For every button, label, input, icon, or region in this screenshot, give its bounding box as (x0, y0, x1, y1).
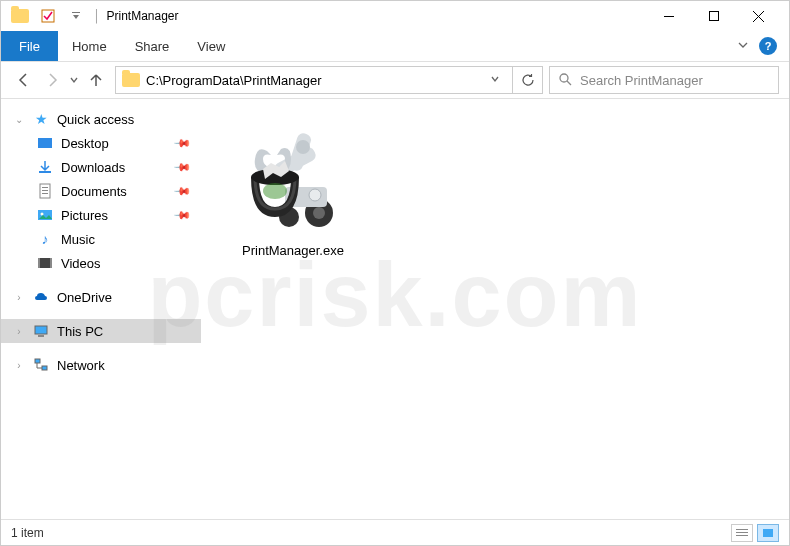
sidebar-item-downloads[interactable]: Downloads 📌 (1, 155, 201, 179)
address-bar: C:\ProgramData\PrintManager (1, 61, 789, 99)
folder-icon (122, 73, 140, 87)
svg-rect-5 (38, 138, 52, 148)
sidebar-item-pictures[interactable]: Pictures 📌 (1, 203, 201, 227)
quick-access-toolbar (9, 5, 87, 27)
svg-point-21 (313, 207, 325, 219)
svg-rect-30 (736, 529, 748, 530)
folder-icon[interactable] (9, 5, 31, 27)
file-tab[interactable]: File (1, 31, 58, 61)
window-title: PrintManager (107, 9, 179, 23)
maximize-button[interactable] (691, 1, 736, 31)
sidebar-item-label: Downloads (61, 160, 125, 175)
item-count: 1 item (11, 526, 44, 540)
svg-rect-14 (38, 258, 40, 268)
svg-point-29 (263, 183, 287, 199)
star-icon: ★ (33, 111, 49, 127)
exe-icon (233, 119, 353, 239)
svg-rect-17 (38, 335, 44, 337)
sidebar-item-this-pc[interactable]: › This PC (1, 319, 201, 343)
sidebar-item-quick-access[interactable]: ⌄ ★ Quick access (1, 107, 201, 131)
svg-rect-1 (72, 12, 80, 13)
forward-button[interactable] (39, 67, 65, 93)
sidebar-item-label: Pictures (61, 208, 108, 223)
sidebar-item-label: Desktop (61, 136, 109, 151)
file-list[interactable]: PrintManager.exe (201, 99, 789, 519)
svg-point-4 (560, 74, 568, 82)
sidebar-item-label: Quick access (57, 112, 134, 127)
close-button[interactable] (736, 1, 781, 31)
svg-rect-10 (42, 193, 48, 194)
file-name: PrintManager.exe (242, 243, 344, 258)
computer-icon (33, 323, 49, 339)
svg-rect-31 (736, 532, 748, 533)
file-item[interactable]: PrintManager.exe (213, 111, 373, 266)
videos-icon (37, 255, 53, 271)
details-view-button[interactable] (731, 524, 753, 542)
sidebar-item-label: OneDrive (57, 290, 112, 305)
svg-rect-0 (42, 10, 54, 22)
status-bar: 1 item (1, 519, 789, 545)
sidebar-item-network[interactable]: › Network (1, 353, 201, 377)
expand-icon[interactable]: › (13, 360, 25, 371)
ribbon-expand-icon[interactable] (737, 39, 749, 54)
cloud-icon (33, 289, 49, 305)
qat-dropdown-icon[interactable] (65, 5, 87, 27)
properties-icon[interactable] (37, 5, 59, 27)
minimize-button[interactable] (646, 1, 691, 31)
refresh-button[interactable] (513, 66, 543, 94)
address-input[interactable]: C:\ProgramData\PrintManager (115, 66, 513, 94)
sidebar-item-label: Videos (61, 256, 101, 271)
desktop-icon (37, 135, 53, 151)
navigation-pane: ⌄ ★ Quick access Desktop 📌 Downloads 📌 D… (1, 99, 201, 519)
sidebar-item-label: This PC (57, 324, 103, 339)
svg-rect-32 (736, 535, 748, 536)
svg-rect-9 (42, 190, 48, 191)
main-area: ⌄ ★ Quick access Desktop 📌 Downloads 📌 D… (1, 99, 789, 519)
sidebar-item-desktop[interactable]: Desktop 📌 (1, 131, 201, 155)
tab-home[interactable]: Home (58, 31, 121, 61)
svg-rect-2 (664, 16, 674, 17)
music-icon: ♪ (37, 231, 53, 247)
sidebar-item-label: Network (57, 358, 105, 373)
pin-icon: 📌 (172, 181, 191, 200)
sidebar-item-onedrive[interactable]: › OneDrive (1, 285, 201, 309)
ribbon-tabs: File Home Share View ? (1, 31, 789, 61)
svg-rect-15 (50, 258, 52, 268)
tab-share[interactable]: Share (121, 31, 184, 61)
svg-rect-3 (709, 12, 718, 21)
svg-rect-16 (35, 326, 47, 334)
expand-icon[interactable]: ⌄ (13, 114, 25, 125)
svg-rect-8 (42, 187, 48, 188)
pin-icon: 📌 (172, 205, 191, 224)
svg-point-27 (296, 140, 310, 154)
recent-locations-icon[interactable] (67, 67, 81, 93)
svg-rect-6 (39, 171, 51, 173)
tab-view[interactable]: View (183, 31, 239, 61)
sidebar-item-documents[interactable]: Documents 📌 (1, 179, 201, 203)
titlebar: │ PrintManager (1, 1, 789, 31)
pin-icon: 📌 (172, 157, 191, 176)
downloads-icon (37, 159, 53, 175)
search-input[interactable] (580, 73, 770, 88)
address-path: C:\ProgramData\PrintManager (146, 73, 322, 88)
sidebar-item-videos[interactable]: Videos (1, 251, 201, 275)
network-icon (33, 357, 49, 373)
documents-icon (37, 183, 53, 199)
expand-icon[interactable]: › (13, 292, 25, 303)
sidebar-item-label: Documents (61, 184, 127, 199)
search-icon (558, 72, 572, 89)
up-button[interactable] (83, 67, 109, 93)
sidebar-item-music[interactable]: ♪ Music (1, 227, 201, 251)
large-icons-view-button[interactable] (757, 524, 779, 542)
titlebar-separator: │ (93, 9, 101, 23)
address-dropdown-icon[interactable] (484, 73, 506, 87)
svg-rect-18 (35, 359, 40, 363)
svg-point-24 (309, 189, 321, 201)
help-icon[interactable]: ? (759, 37, 777, 55)
window-controls (646, 1, 781, 31)
svg-rect-33 (763, 529, 773, 537)
search-box[interactable] (549, 66, 779, 94)
expand-icon[interactable]: › (13, 326, 25, 337)
sidebar-item-label: Music (61, 232, 95, 247)
back-button[interactable] (11, 67, 37, 93)
